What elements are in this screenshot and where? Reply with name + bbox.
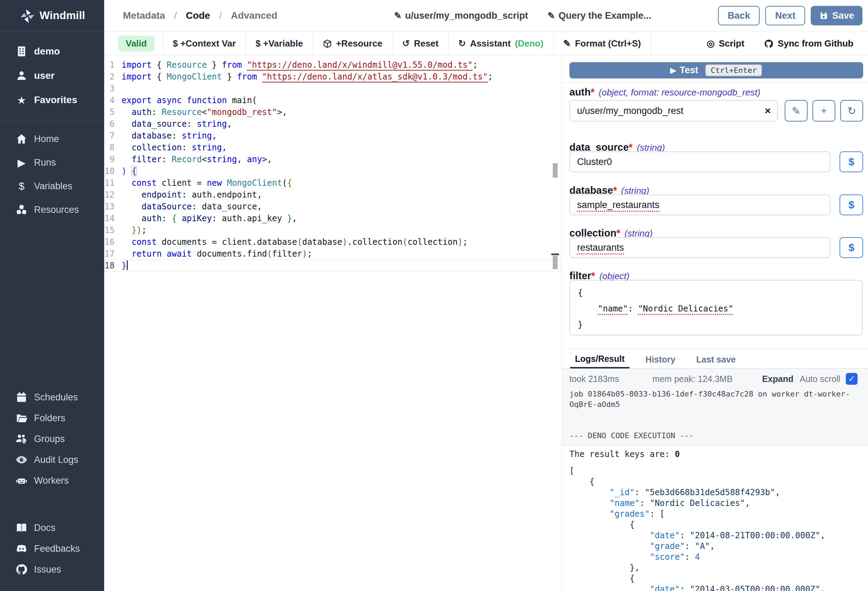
sidebar-item-groups[interactable]: Groups — [0, 428, 104, 449]
line: 4export async function main( — [104, 95, 561, 106]
sidebar-item-feedbacks[interactable]: Feedbacks — [0, 538, 104, 559]
took-label: took 2183ms — [570, 374, 619, 384]
sidebar-item-schedules[interactable]: Schedules — [0, 387, 104, 408]
auth-field-label: auth* (object, format: resource-mongodb_… — [570, 86, 760, 98]
result-tabs: Logs/Result History Last save — [562, 350, 868, 369]
log-meta-row: took 2183ms mem peak: 124.3MB Expand Aut… — [570, 373, 858, 385]
format-button[interactable]: ✎ Format (Ctrl+S) — [554, 32, 651, 55]
scrollbar-thumb[interactable] — [553, 163, 558, 178]
assistant-button[interactable]: ↻ Assistant (Deno) — [449, 32, 554, 55]
assistant-icon: ↻ — [458, 38, 466, 49]
sidebar-item-folders[interactable]: Folders — [0, 408, 104, 428]
script-title-edit[interactable]: ✎ Query the Example... — [548, 10, 651, 21]
filter-json-editor[interactable]: { "name": "Nordic Delicacies"} — [570, 280, 863, 335]
line-number: 8 — [104, 142, 121, 154]
database-input[interactable]: sample_restaurants — [570, 195, 831, 215]
sidebar-item-audit-logs[interactable]: Audit Logs — [0, 449, 104, 470]
line-number: 2 — [104, 71, 121, 83]
tab-logs-result[interactable]: Logs/Result — [570, 350, 629, 368]
cubes-icon — [14, 204, 29, 216]
favorites-label: Favorites — [34, 95, 77, 106]
refresh-resource-button[interactable]: ↻ — [840, 100, 863, 121]
sidebar-item-docs[interactable]: Docs — [0, 517, 104, 538]
github-icon — [764, 39, 774, 49]
line: 7 database: string, — [104, 130, 561, 142]
footer-block: Docs Feedbacks Issues — [0, 517, 104, 580]
tab-history[interactable]: History — [641, 350, 680, 368]
line: { — [570, 476, 825, 487]
breadcrumb-code[interactable]: Code — [186, 10, 210, 21]
test-button[interactable]: ▶ Test Ctrl+Enter — [570, 62, 863, 78]
sidebar-item-variables[interactable]: $ Variables — [0, 174, 104, 198]
pencil-icon: ✎ — [791, 105, 800, 117]
sidebar-item-resources[interactable]: Resources — [0, 198, 104, 222]
building-icon — [14, 45, 29, 58]
code-editor[interactable]: 1import { Resource } from "https://deno.… — [104, 56, 561, 591]
line-number: 13 — [104, 201, 121, 213]
line: 15 }); — [104, 224, 561, 236]
sync-github-button[interactable]: Sync from Github — [764, 38, 853, 49]
data-source-value: Cluster0 — [577, 157, 612, 167]
database-value: sample_restaurants — [577, 199, 659, 210]
database-var-button[interactable]: $ — [840, 195, 863, 215]
expand-button[interactable]: Expand — [762, 374, 793, 384]
sidebar: Windmill demo user ★ — [0, 0, 104, 591]
line: { — [570, 520, 825, 530]
sidebar-item-runs[interactable]: ▶ Runs — [0, 151, 104, 174]
script-titles: ✎ u/user/my_mongodb_script ✎ Query the E… — [394, 0, 651, 31]
next-button[interactable]: Next — [765, 6, 805, 25]
package-icon — [323, 39, 332, 48]
collection-var-button[interactable]: $ — [840, 237, 863, 258]
scrollbar-thumb[interactable] — [553, 256, 558, 269]
context-var-label: $ +Context Var — [173, 38, 236, 49]
docs-label: Docs — [34, 523, 56, 533]
add-context-var-button[interactable]: $ +Context Var — [163, 32, 246, 55]
edit-resource-button[interactable]: ✎ — [785, 100, 807, 121]
sidebar-item-favorites[interactable]: ★ Favorites — [0, 88, 104, 112]
data-source-input[interactable]: Cluster0 — [570, 151, 831, 172]
sidebar-item-home[interactable]: Home — [0, 127, 104, 151]
breadcrumb-advanced[interactable]: Advanced — [231, 10, 278, 21]
line-number: 10 — [104, 165, 121, 177]
line-number: 9 — [104, 154, 121, 165]
groups-label: Groups — [34, 434, 65, 445]
add-variable-button[interactable]: $ +Variable — [246, 32, 313, 55]
data-source-var-button[interactable]: $ — [840, 151, 863, 172]
dollar-icon: $ — [849, 199, 855, 211]
header-buttons: Back Next Save — [718, 0, 862, 31]
sidebar-item-workspace[interactable]: demo — [0, 39, 104, 64]
pencil-icon: ✎ — [394, 10, 402, 21]
line: "grades": [ — [570, 509, 825, 520]
sidebar-item-workers[interactable]: Workers — [0, 470, 104, 491]
logo[interactable]: Windmill — [0, 0, 104, 31]
dollar-icon: $ — [849, 156, 855, 168]
script-path-edit[interactable]: ✎ u/user/my_mongodb_script — [394, 10, 528, 21]
calendar-icon — [14, 391, 29, 403]
collection-input[interactable]: restaurants — [570, 237, 831, 258]
toolbar-buttons: $ +Context Var $ +Variable +Resource ↺ R… — [163, 32, 651, 55]
tab-last-save[interactable]: Last save — [691, 350, 741, 368]
add-resource-button[interactable]: + — [812, 100, 836, 121]
line: 13 dataSource: data_source, — [104, 201, 561, 213]
script-kind-button[interactable]: ◎ Script — [707, 38, 744, 49]
line: [ — [570, 465, 825, 476]
sidebar-item-user[interactable]: user — [0, 64, 104, 88]
clear-icon[interactable]: × — [765, 105, 771, 117]
line: 5 auth: Resource<"mongodb_rest">, — [104, 106, 561, 118]
save-button[interactable]: Save — [811, 6, 862, 25]
add-resource-button[interactable]: +Resource — [313, 32, 393, 55]
robot-icon — [14, 474, 29, 487]
back-button[interactable]: Back — [718, 6, 760, 25]
autoscroll-checkbox[interactable]: ✓ — [846, 373, 858, 385]
line-number: 12 — [104, 189, 121, 201]
line: 2import { MongoClient } from "https://de… — [104, 71, 561, 83]
reset-button[interactable]: ↺ Reset — [392, 32, 449, 55]
line-number: 6 — [104, 118, 121, 130]
field-type: (object, format: resource-mongodb_rest) — [599, 87, 760, 98]
line — [570, 410, 850, 420]
breadcrumb-metadata[interactable]: Metadata — [123, 10, 165, 21]
divider — [562, 83, 868, 83]
auth-resource-input[interactable]: u/user/my_mongodb_rest × — [570, 100, 778, 121]
sidebar-item-issues[interactable]: Issues — [0, 559, 104, 580]
mem-peak-label: mem peak: 124.3MB — [652, 374, 732, 384]
